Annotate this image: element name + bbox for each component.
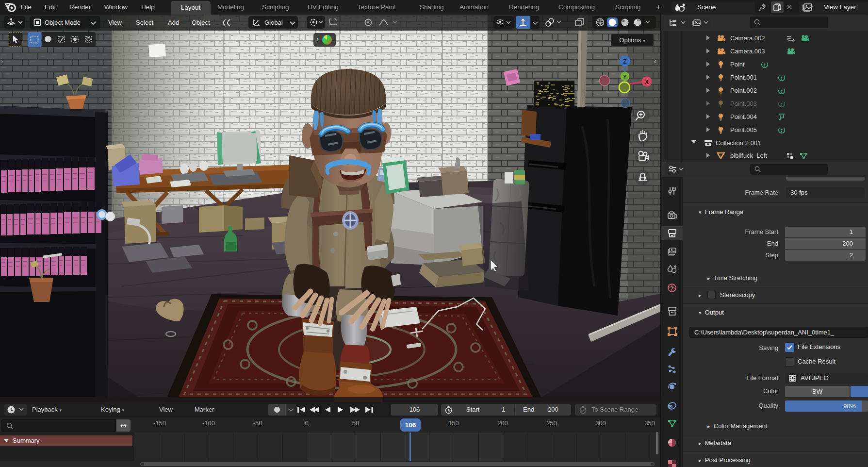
svg-text:Y: Y <box>623 74 627 80</box>
svg-text:X: X <box>645 79 649 85</box>
